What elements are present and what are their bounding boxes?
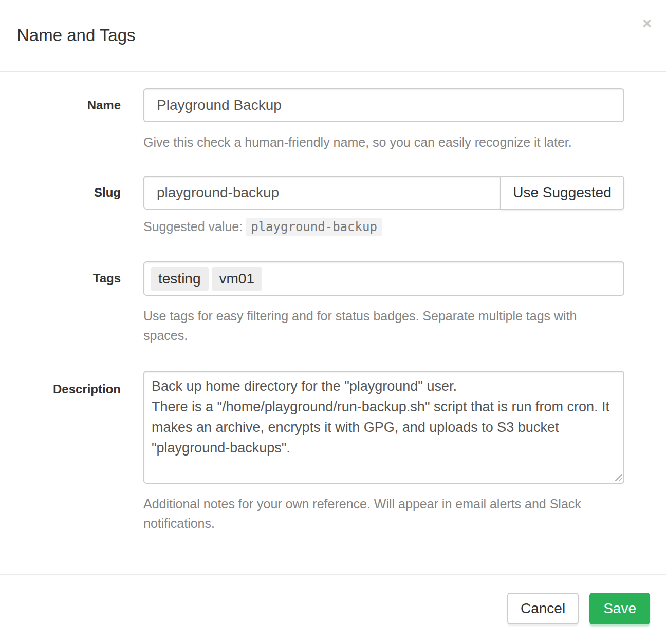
description-field-row: Description Back up home directory for t… bbox=[0, 371, 666, 533]
name-field-row: Name Give this check a human-friendly na… bbox=[0, 88, 666, 152]
name-help-text: Give this check a human-friendly name, s… bbox=[143, 132, 624, 152]
suggested-value-prefix: Suggested value: bbox=[143, 219, 243, 234]
name-control: Give this check a human-friendly name, s… bbox=[143, 88, 624, 152]
description-control: Back up home directory for the "playgrou… bbox=[143, 371, 624, 533]
tags-help-text: Use tags for easy filtering and for stat… bbox=[143, 306, 624, 345]
tags-control: testing vm01 Use tags for easy filtering… bbox=[143, 261, 624, 345]
name-label: Name bbox=[0, 88, 143, 122]
save-button[interactable]: Save bbox=[589, 593, 650, 624]
tag-pill-vm01[interactable]: vm01 bbox=[212, 267, 262, 291]
tags-field-row: Tags testing vm01 Use tags for easy filt… bbox=[0, 261, 666, 345]
description-label: Description bbox=[0, 371, 143, 396]
modal-body: Name Give this check a human-friendly na… bbox=[0, 72, 666, 574]
slug-input-group: Use Suggested bbox=[143, 176, 624, 210]
description-help-text: Additional notes for your own reference.… bbox=[143, 494, 624, 533]
suggested-value-line: Suggested value:playground-backup bbox=[143, 217, 624, 237]
slug-label: Slug bbox=[0, 176, 143, 210]
suggested-value-chip: playground-backup bbox=[246, 218, 382, 236]
modal-title: Name and Tags bbox=[17, 26, 136, 45]
slug-control: Use Suggested Suggested value:playground… bbox=[143, 176, 624, 237]
cancel-button[interactable]: Cancel bbox=[507, 593, 579, 624]
description-textarea[interactable]: Back up home directory for the "playgrou… bbox=[143, 371, 624, 484]
close-icon[interactable]: × bbox=[642, 15, 652, 31]
name-and-tags-modal: Name and Tags × Name Give this check a h… bbox=[0, 0, 666, 644]
modal-header: Name and Tags × bbox=[0, 0, 666, 72]
modal-footer: Cancel Save bbox=[0, 574, 666, 640]
description-textarea-wrap: Back up home directory for the "playgrou… bbox=[143, 371, 624, 484]
slug-input[interactable] bbox=[143, 176, 501, 210]
tag-pill-testing[interactable]: testing bbox=[151, 267, 209, 291]
tags-label: Tags bbox=[0, 261, 143, 295]
use-suggested-button[interactable]: Use Suggested bbox=[500, 176, 624, 210]
slug-field-row: Slug Use Suggested Suggested value:playg… bbox=[0, 176, 666, 237]
tags-input[interactable]: testing vm01 bbox=[143, 261, 624, 296]
name-input[interactable] bbox=[143, 88, 624, 122]
